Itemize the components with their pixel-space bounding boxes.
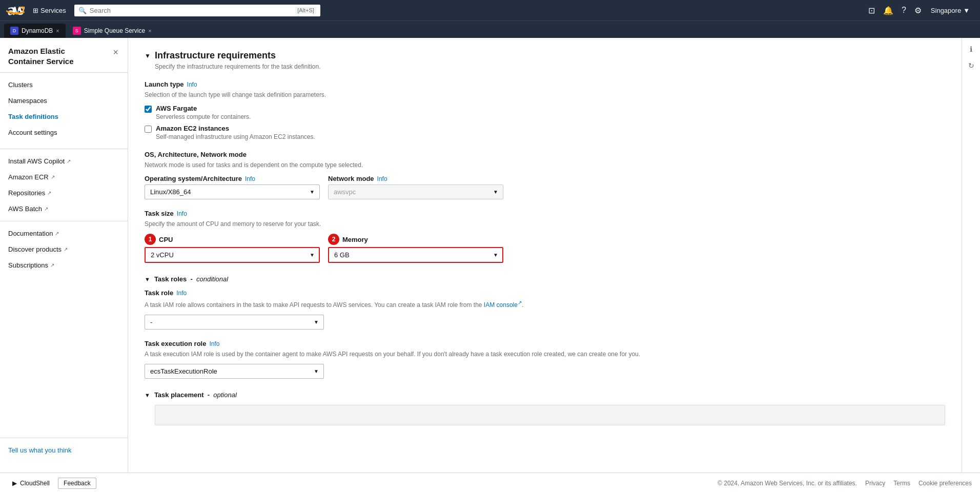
feedback-button[interactable]: Feedback [58,478,96,489]
sidebar-item-subscriptions[interactable]: Subscriptions ↗ [0,257,128,273]
sqs-icon: S [73,27,81,35]
task-placement-label: Task placement [154,391,204,399]
network-info-link[interactable]: Info [377,175,387,182]
task-role-desc-text1: A task IAM role allows containers in the… [145,301,484,309]
section-toggle-btn[interactable]: ▼ [145,52,151,59]
grid-icon: ⊞ [33,7,38,14]
sidebar-item-namespaces[interactable]: Namespaces [0,93,128,109]
sidebar-item-clusters[interactable]: Clusters [0,77,128,93]
sidebar-item-documentation[interactable]: Documentation ↗ [0,225,128,241]
memory-select-wrapper: 1 GB 2 GB 3 GB 4 GB 5 GB 6 GB 7 GB 8 GB … [328,247,503,263]
settings-btn[interactable]: ⚙ [911,3,925,18]
task-roles-conditional-label: conditional [196,275,228,283]
tab-sqs-close-icon[interactable]: × [148,28,151,34]
services-button[interactable]: ⊞ Services [29,5,70,16]
external-link-icon: ↗ [51,174,55,180]
network-select: awsvpc [328,184,503,199]
privacy-link[interactable]: Privacy [865,480,885,487]
refresh-icon: ↻ [968,61,974,70]
sidebar-item-amazon-ecr[interactable]: Amazon ECR ↗ [0,169,128,185]
sidebar-item-task-definitions[interactable]: Task definitions [0,109,128,125]
ec2-label[interactable]: Amazon EC2 instances [156,125,229,132]
fargate-checkbox[interactable] [145,106,152,113]
task-size-label-row: Task size Info [145,210,945,217]
os-info-link[interactable]: Info [245,175,255,182]
tab-dynamodb-label: DynamoDB [22,27,53,34]
memory-label-row: 2 Memory [328,234,503,245]
task-size-label: Task size [145,210,174,217]
amazon-ecr-label: Amazon ECR [8,173,49,181]
sidebar-close-button[interactable]: × [112,46,119,59]
iam-console-link[interactable]: IAM console↗ [484,301,522,309]
search-input[interactable] [90,7,292,14]
footer: ▶ CloudShell Feedback © 2024, Amazon Web… [0,473,980,493]
main-layout: Amazon ElasticContainer Service × Cluste… [0,38,980,473]
task-role-desc-text2: . [522,301,523,309]
cpu-select-wrapper: 0.25 vCPU 0.5 vCPU 1 vCPU 2 vCPU 4 vCPU … [145,247,320,263]
os-arch-desc: Network mode is used for tasks and is de… [145,160,945,170]
refresh-btn[interactable]: ↻ [965,58,977,73]
top-navigation: ⊞ Services 🔍 [Alt+S] ⊡ 🔔 ? ⚙ Singapore ▼ [0,0,980,20]
cloudwatch-icon-btn[interactable]: ⊡ [865,3,878,18]
task-role-label-row: Task role Info [145,289,945,297]
tab-close-icon[interactable]: × [56,28,59,34]
terms-link[interactable]: Terms [893,480,910,487]
subscriptions-label: Subscriptions [8,261,48,269]
right-sidebar: ℹ ↻ [962,38,980,473]
tell-us-link[interactable]: Tell us what you think [8,446,72,454]
memory-badge: 2 [328,234,339,245]
footer-right: © 2024, Amazon Web Services, Inc. or its… [718,480,972,487]
aws-batch-label: AWS Batch [8,205,42,213]
search-bar[interactable]: 🔍 [Alt+S] [74,5,320,16]
task-role-select[interactable]: - [145,315,324,330]
task-role-info-link[interactable]: Info [176,290,187,297]
launch-type-label: Launch type [145,80,184,88]
cookie-preferences-link[interactable]: Cookie preferences [918,480,972,487]
tab-sqs[interactable]: S Simple Queue Service × [67,24,158,38]
task-placement-toggle-btn[interactable]: ▼ [145,392,150,398]
sidebar-item-install-copilot[interactable]: Install AWS Copilot ↗ [0,153,128,169]
cpu-badge: 1 [145,234,156,245]
task-role-desc: A task IAM role allows containers in the… [145,299,945,310]
info-panel-btn[interactable]: ℹ [967,42,975,56]
os-select[interactable]: Linux/X86_64 [145,184,320,199]
launch-type-info-link[interactable]: Info [187,81,197,88]
external-link-icon: ↗ [50,262,54,268]
task-size-desc: Specify the amount of CPU and memory to … [145,219,945,229]
sidebar-item-discover-products[interactable]: Discover products ↗ [0,241,128,257]
launch-type-desc: Selection of the launch type will change… [145,90,945,99]
ec2-checkbox[interactable] [145,126,152,133]
ec2-label-group: Amazon EC2 instances Self-managed infras… [156,125,315,140]
help-btn[interactable]: ? [899,3,909,18]
task-size-info-link[interactable]: Info [177,210,187,217]
iam-console-label: IAM console [484,301,518,309]
task-roles-toggle-btn[interactable]: ▼ [145,276,150,282]
sidebar-item-repositories[interactable]: Repositories ↗ [0,185,128,201]
launch-type-group: Launch type Info Selection of the launch… [145,80,945,140]
tab-dynamodb[interactable]: D DynamoDB × [4,24,66,38]
cpu-select[interactable]: 0.25 vCPU 0.5 vCPU 1 vCPU 2 vCPU 4 vCPU … [145,247,320,263]
task-execution-info-link[interactable]: Info [209,340,219,347]
external-link-icon: ↗ [64,246,68,252]
task-role-label: Task role [145,289,173,297]
external-link-icon: ↗ [55,231,59,236]
documentation-label: Documentation [8,230,53,237]
sidebar-item-aws-batch[interactable]: AWS Batch ↗ [0,201,128,217]
task-execution-select[interactable]: ecsTaskExecutionRole [145,364,324,379]
fargate-label[interactable]: AWS Fargate [156,105,197,112]
memory-select[interactable]: 1 GB 2 GB 3 GB 4 GB 5 GB 6 GB 7 GB 8 GB [328,247,503,263]
search-icon: 🔍 [78,7,87,14]
tab-bar: D DynamoDB × S Simple Queue Service × [0,20,980,38]
services-label: Services [40,7,66,14]
sidebar-header: Amazon ElasticContainer Service × [0,38,128,73]
settings-icon: ⚙ [914,6,922,15]
os-arch-label: OS, Architecture, Network mode [145,151,247,158]
external-link-icon: ↗ [47,190,51,196]
sidebar-item-account-settings[interactable]: Account settings [0,125,128,140]
fargate-label-group: AWS Fargate Serverless compute for conta… [156,105,251,120]
region-button[interactable]: Singapore ▼ [927,5,974,16]
notifications-btn[interactable]: 🔔 [880,3,896,18]
cloudshell-button[interactable]: ▶ CloudShell [8,478,54,489]
task-role-select-container: - ▼ [145,315,324,330]
task-role-group: Task role Info A task IAM role allows co… [145,289,945,330]
